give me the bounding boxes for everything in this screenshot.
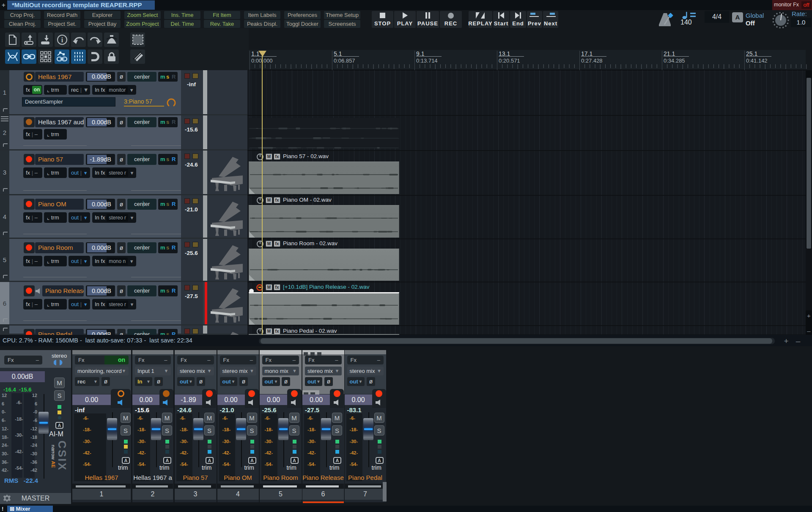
svg-text:CSIX: CSIX (56, 441, 69, 471)
svg-text:i: i (61, 36, 63, 44)
svg-text:narrow AE: narrow AE (51, 445, 56, 468)
